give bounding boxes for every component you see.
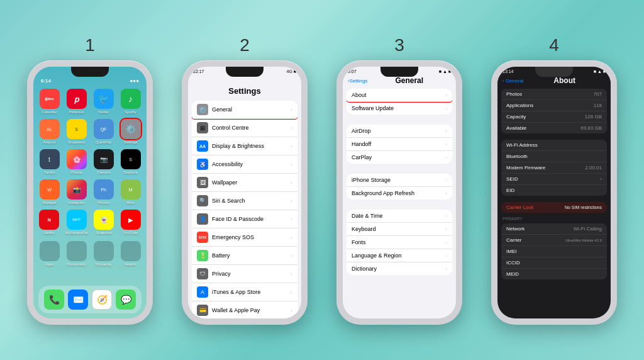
about-item-applications[interactable]: Applications 118 [501, 100, 607, 111]
general-item-about[interactable]: About › [347, 89, 452, 102]
about-item-iccid[interactable]: ICCID [501, 257, 607, 269]
general-item-dictionary[interactable]: Dictionary › [347, 262, 452, 275]
step-2-label: 2 [240, 35, 250, 55]
app-spotify[interactable]: ♪ Spotify [119, 89, 142, 114]
app-anylist[interactable]: AL AnyList [38, 119, 60, 144]
general-item-language[interactable]: Language & Region › [347, 249, 452, 262]
status-icons-1: ●●● [130, 78, 140, 84]
about-item-available[interactable]: Available 69.83 GB [501, 123, 607, 133]
app-calendar[interactable]: 8Mon Calendar [38, 89, 60, 114]
general-back-button[interactable]: ‹ General [502, 78, 523, 84]
app-netflix[interactable]: N Netflix [38, 210, 60, 235]
general-icon: ⚙️ [197, 104, 208, 115]
folder-apps[interactable]: Apps [38, 241, 60, 266]
folder-productivity[interactable]: Productivity [65, 241, 87, 266]
general-item-fonts[interactable]: Fonts › [347, 236, 452, 249]
general-item-airdrop[interactable]: AirDrop › [347, 125, 452, 138]
primary-section-label: PRIMARY [497, 214, 611, 222]
about-item-modem[interactable]: Modem Firmware 2.00.01 [501, 162, 607, 174]
general-list-storage: iPhone Storage › Background App Refresh … [347, 174, 452, 200]
status-time-2: 22:17 [193, 69, 204, 74]
settings-item-control-centre[interactable]: ⊞ Control Centre › [192, 119, 297, 137]
settings-item-faceid[interactable]: 👤 Face ID & Passcode › [192, 210, 297, 228]
app-camera[interactable]: 📷 Camera [92, 149, 114, 174]
about-list-carrier: Carrier Lock No SIM restrictions [501, 202, 607, 213]
about-item-imei[interactable]: IMEI [501, 246, 607, 257]
section-gap-3 [343, 202, 456, 207]
general-title: General [368, 76, 451, 85]
about-item-network[interactable]: Network Wi-Fi Calling [501, 223, 607, 235]
about-item-capacity[interactable]: Capacity 128 GB [501, 111, 607, 123]
app-phonto[interactable]: Ph Phonto [92, 179, 114, 205]
settings-item-display[interactable]: AA Display & Brightness › [192, 137, 297, 155]
general-item-keyboard[interactable]: Keyboard › [347, 223, 452, 236]
settings-back-button[interactable]: ‹ Settings [348, 78, 368, 84]
settings-item-wallet[interactable]: 💳 Wallet & Apple Pay › [192, 301, 297, 318]
about-item-carrier-lock[interactable]: Carrier Lock No SIM restrictions [501, 202, 607, 213]
notch-4 [535, 67, 573, 77]
about-list-primary: Network Wi-Fi Calling Carrier Ultra/Mint… [501, 223, 607, 279]
phone-1-screen: 6:14 ●●● 8Mon Calendar 𝙥 Pinterest 🐦 Twi… [33, 67, 147, 318]
dock-messages[interactable]: 💬 [116, 290, 136, 310]
app-instagram[interactable]: 📸 Instagram [65, 179, 87, 205]
about-item-carrier[interactable]: Carrier Ultra/Mint Mobile 42.0 [501, 235, 607, 246]
settings-item-sos[interactable]: SOS Emergency SOS › [192, 228, 297, 247]
about-gap-2 [497, 197, 611, 201]
display-icon: AA [197, 140, 208, 152]
general-list-mid: AirDrop › Handoff › CarPlay › [347, 125, 452, 164]
about-nav: ‹ General About [497, 75, 611, 87]
app-photos[interactable]: 🌸 Photos [65, 149, 87, 174]
settings-item-privacy[interactable]: 🛡 Privacy › [192, 265, 297, 283]
settings-item-wallpaper[interactable]: 🖼 Wallpaper › [192, 174, 297, 192]
general-item-software-update[interactable]: Software Update › [347, 102, 452, 115]
app-pinterest[interactable]: 𝙥 Pinterest [65, 89, 87, 114]
settings-item-general[interactable]: ⚙️ General › [192, 101, 297, 119]
about-item-photos[interactable]: Photos 707 [501, 89, 607, 100]
status-time-3: 5:07 [348, 69, 357, 74]
dock-mail[interactable]: ✉️ [68, 290, 88, 310]
about-gap-1 [497, 135, 611, 138]
dock-safari[interactable]: 🧭 [92, 290, 112, 310]
app-twitter[interactable]: 🐦 Twitter [92, 89, 114, 114]
status-icons-3: ■ ▲ ■ [439, 69, 451, 74]
app-snapseed[interactable]: S Snapseed [65, 119, 87, 144]
general-item-datetime[interactable]: Date & Time › [347, 210, 452, 223]
dock-phone[interactable]: 📞 [44, 290, 64, 310]
control-centre-icon: ⊞ [197, 122, 208, 133]
about-item-wifi[interactable]: Wi-Fi Address [501, 140, 607, 151]
about-item-bluetooth[interactable]: Bluetooth [501, 151, 607, 162]
about-item-seid[interactable]: SEID › [501, 174, 607, 185]
about-item-eid[interactable]: EID [501, 185, 607, 196]
folder-health[interactable]: Health [119, 241, 142, 266]
home-grid-folders: Apps Productivity Sh [33, 239, 147, 269]
home-grid-row3: t Tumblr 🌸 Photos 📷 Camera S Sephora [33, 147, 147, 177]
app-youtube[interactable]: ▶ YouTube [119, 210, 142, 235]
settings-item-battery[interactable]: 🔋 Battery › [192, 247, 297, 265]
phone-3-screen: 5:07 ■ ▲ ■ ‹ Settings General About › So… [343, 67, 456, 318]
folder-shopping[interactable]: Shopping [92, 241, 114, 266]
app-sephora[interactable]: S Sephora [119, 149, 142, 174]
settings-item-appstore[interactable]: A iTunes & App Store › [192, 283, 297, 301]
general-item-iphone-storage[interactable]: iPhone Storage › [347, 174, 452, 187]
app-settings[interactable]: ⚙️ Settings [119, 119, 142, 144]
app-quickflip[interactable]: QF QuickFlip [92, 119, 114, 144]
app-mfp[interactable]: MFP MyFitnessPal [65, 210, 88, 235]
app-wattpad[interactable]: W Wattpad [38, 179, 60, 205]
phone-4: 13:14 ■ ▲ ■ ‹ General About Photos 707 A… [491, 60, 617, 325]
general-item-background-refresh[interactable]: Background App Refresh › [347, 187, 452, 200]
app-snapchat[interactable]: 👻 Snapchat [93, 210, 115, 235]
settings-list: ⚙️ General › ⊞ Control Centre › AA Displ… [192, 101, 297, 318]
settings-item-accessibility[interactable]: ♿ Accessibility › [192, 155, 297, 174]
step-3-label: 3 [394, 35, 404, 55]
about-item-meid[interactable]: MEID [501, 269, 607, 279]
home-grid-row4: W Wattpad 📸 Instagram Ph Phonto M Misc [33, 177, 147, 207]
appstore-icon: A [197, 286, 208, 298]
dock: 📞 ✉️ 🧭 💬 [38, 286, 142, 313]
home-grid-row1: 8Mon Calendar 𝙥 Pinterest 🐦 Twitter ♪ Sp… [33, 86, 147, 116]
app-misc[interactable]: M Misc [119, 179, 142, 205]
phone-3: 5:07 ■ ▲ ■ ‹ Settings General About › So… [336, 60, 462, 325]
settings-item-siri[interactable]: 🔍 Siri & Search › [192, 192, 297, 210]
general-item-handoff[interactable]: Handoff › [347, 138, 452, 151]
general-item-carplay[interactable]: CarPlay › [347, 151, 452, 164]
app-tumblr[interactable]: t Tumblr [38, 149, 60, 174]
